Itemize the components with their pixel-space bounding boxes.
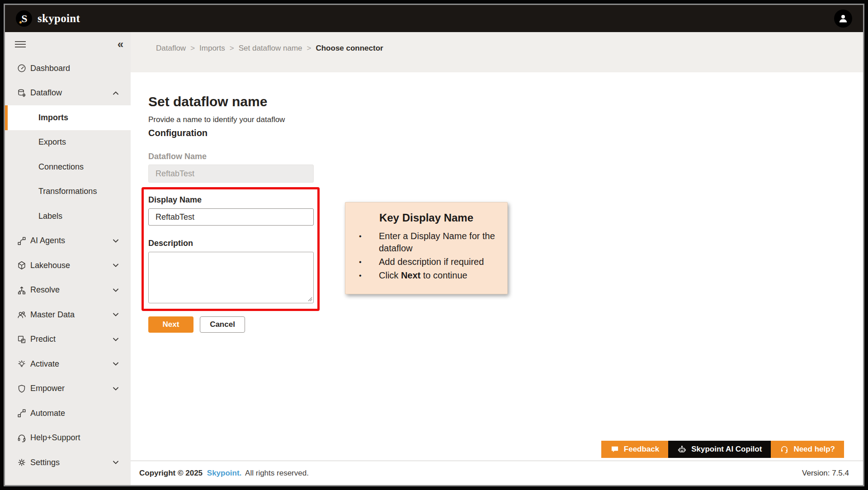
callout-bullet: • Enter a Display Name for the dataflow: [345, 230, 505, 254]
logo-letter: S: [21, 13, 27, 24]
chevron-up-icon: [113, 91, 119, 95]
skypoint-logo-icon[interactable]: S: [16, 10, 32, 27]
sidebar-item-empower[interactable]: Empower: [5, 377, 131, 401]
robot-icon: [677, 445, 687, 454]
gauge-icon: [17, 63, 27, 73]
top-header: S skypoint: [5, 5, 863, 32]
key-display-name-callout: Key Display Name • Enter a Display Name …: [345, 202, 508, 294]
page-title: Set dataflow name: [148, 94, 863, 109]
cancel-button[interactable]: Cancel: [200, 316, 245, 333]
dataflow-name-label: Dataflow Name: [148, 151, 863, 162]
resize-grip-icon[interactable]: [307, 297, 312, 302]
hamburger-menu-icon[interactable]: [15, 41, 26, 47]
sidebar-item-ai-agents[interactable]: AI Agents: [5, 229, 131, 254]
breadcrumb-current: Choose connector: [316, 44, 383, 53]
flow-icon: [17, 408, 27, 418]
sidebar: « Dashboard Dataflow Imports Exports: [5, 32, 131, 485]
headset-icon: [780, 445, 789, 454]
chevron-down-icon: [113, 362, 119, 366]
chevron-down-icon: [113, 386, 119, 391]
gear-icon: [17, 457, 27, 467]
chevron-down-icon: [113, 239, 119, 243]
bullet-marker: •: [359, 256, 362, 268]
breadcrumb-separator: >: [307, 44, 311, 53]
brand-name: skypoint: [38, 12, 80, 25]
breadcrumb-separator: >: [190, 44, 195, 53]
squares-icon: [17, 335, 27, 344]
dataflow-name-input: [148, 165, 314, 183]
footer: Copyright © 2025 Skypoint. All rights re…: [131, 461, 863, 485]
bullet-marker: •: [359, 230, 362, 242]
description-textarea[interactable]: [148, 252, 314, 303]
skypoint-ai-copilot-button[interactable]: Skypoint AI Copilot: [668, 441, 771, 458]
person-icon: [837, 13, 849, 24]
sidebar-item-exports[interactable]: Exports: [5, 130, 131, 155]
user-avatar[interactable]: [834, 9, 852, 28]
bulb-icon: [17, 359, 27, 369]
sidebar-item-lakehouse[interactable]: Lakehouse: [5, 253, 131, 278]
logo-dot: [19, 21, 22, 24]
cube-icon: [17, 260, 27, 270]
breadcrumb: Dataflow > Imports > Set dataflow name >…: [156, 44, 863, 53]
skypoint-link[interactable]: Skypoint.: [207, 469, 242, 477]
breadcrumb-dataflow[interactable]: Dataflow: [156, 44, 186, 53]
chevron-down-icon: [113, 461, 119, 465]
version-text: Version: 7.5.4: [802, 469, 849, 478]
sidebar-item-automate[interactable]: Automate: [5, 401, 131, 426]
red-highlight-box: Display Name Description: [142, 187, 320, 311]
description-label: Description: [148, 238, 314, 249]
page-subtitle: Provide a name to identify your dataflow: [148, 115, 863, 125]
breadcrumb-imports[interactable]: Imports: [199, 44, 225, 53]
shield-icon: [17, 384, 27, 394]
dataflow-icon: [17, 88, 27, 98]
sidebar-item-transformations[interactable]: Transformations: [5, 179, 131, 204]
hierarchy-icon: [17, 285, 27, 295]
people-icon: [17, 310, 27, 320]
sidebar-collapse-icon[interactable]: «: [118, 39, 123, 50]
chevron-down-icon: [113, 313, 119, 317]
sidebar-item-predict[interactable]: Predict: [5, 327, 131, 352]
sidebar-item-imports[interactable]: Imports: [5, 105, 131, 130]
headset-icon: [17, 433, 27, 443]
sidebar-item-activate[interactable]: Activate: [5, 352, 131, 377]
feedback-button[interactable]: Feedback: [601, 441, 668, 458]
callout-title: Key Display Name: [345, 212, 507, 224]
copyright-text: Copyright © 2025 Skypoint. All rights re…: [139, 469, 309, 478]
callout-bullet: • Add description if required: [345, 256, 505, 268]
flow-icon: [17, 236, 27, 246]
sidebar-item-master-data[interactable]: Master Data: [5, 302, 131, 327]
sidebar-item-connections[interactable]: Connections: [5, 155, 131, 179]
chevron-down-icon: [113, 288, 119, 292]
section-heading: Configuration: [148, 127, 863, 139]
breadcrumb-separator: >: [230, 44, 234, 53]
sidebar-item-labels[interactable]: Labels: [5, 204, 131, 229]
chat-icon: [610, 445, 619, 454]
sidebar-item-settings[interactable]: Settings: [5, 450, 131, 475]
sidebar-item-resolve[interactable]: Resolve: [5, 278, 131, 303]
need-help-button[interactable]: Need help?: [771, 441, 844, 458]
display-name-input[interactable]: [148, 208, 314, 226]
breadcrumb-band: Dataflow > Imports > Set dataflow name >…: [131, 32, 863, 72]
sidebar-item-help-support[interactable]: Help+Support: [5, 426, 131, 451]
callout-bullet: • Click Next to continue: [345, 269, 505, 282]
support-bar: Feedback Skypoint AI Copilot: [601, 441, 844, 458]
sidebar-item-dashboard[interactable]: Dashboard: [5, 56, 131, 81]
main-area: Dataflow > Imports > Set dataflow name >…: [131, 32, 863, 485]
breadcrumb-set-dataflow-name[interactable]: Set dataflow name: [239, 44, 302, 53]
app-window: S skypoint « Dashboard: [4, 4, 864, 486]
chevron-down-icon: [113, 337, 119, 341]
next-button[interactable]: Next: [148, 316, 193, 333]
chevron-down-icon: [113, 264, 119, 268]
display-name-label: Display Name: [148, 195, 314, 205]
sidebar-item-dataflow[interactable]: Dataflow: [5, 81, 131, 106]
bullet-marker: •: [359, 269, 362, 282]
